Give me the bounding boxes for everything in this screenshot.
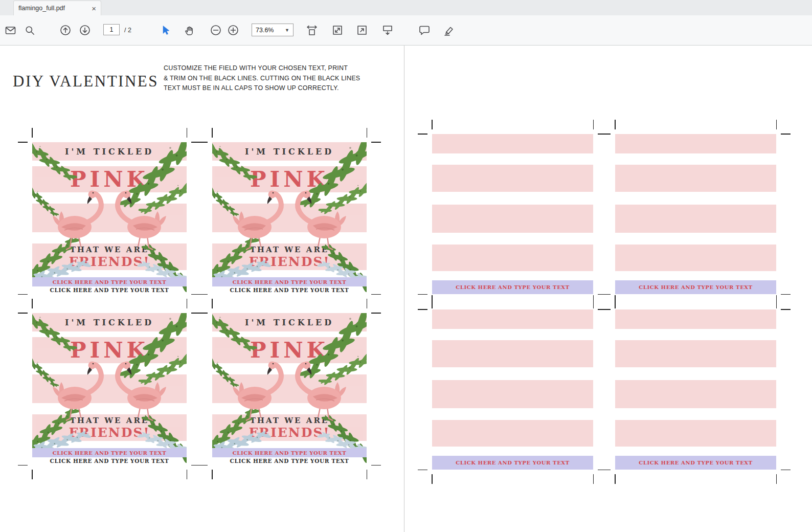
previous-page-icon[interactable] [56, 21, 75, 39]
template-stripe [432, 420, 593, 447]
document-tab[interactable]: flamingo_full.pdf × [13, 1, 101, 15]
valentine-card-4: I'M TICKLED PINK THAT WE ARE FRIENDS! CL… [212, 313, 367, 465]
text-field-plain[interactable]: CLICK HERE AND TYPE YOUR TEXT [212, 458, 367, 464]
zoom-out-icon[interactable] [207, 21, 225, 39]
crop-mark [418, 134, 427, 135]
click-to-type-text: CLICK HERE AND TYPE YOUR TEXT [456, 460, 570, 465]
click-to-type-text: CLICK HERE AND TYPE YOUR TEXT [50, 287, 169, 293]
comment-icon[interactable] [415, 21, 434, 39]
click-to-type-text: CLICK HERE AND TYPE YOUR TEXT [639, 460, 753, 465]
crop-mark [212, 299, 213, 308]
select-tool-icon[interactable] [156, 21, 175, 39]
crop-mark [187, 128, 188, 138]
crop-mark [198, 142, 208, 143]
text-field-lavender[interactable]: CLICK HERE AND TYPE YOUR TEXT [432, 280, 593, 294]
text-field-lavender[interactable]: CLICK HERE AND TYPE YOUR TEXT [32, 448, 187, 457]
palm-leaf-icon [212, 142, 258, 189]
card-artwork: I'M TICKLED PINK THAT WE ARE FRIENDS! CL… [212, 313, 367, 465]
crop-mark [781, 309, 791, 310]
crop-mark [418, 470, 427, 471]
crop-mark [32, 128, 33, 138]
flamingos-illustration [51, 357, 168, 426]
click-to-type-text: CLICK HERE AND TYPE YOUR TEXT [456, 284, 570, 290]
crop-mark [212, 470, 213, 479]
page-number-input[interactable] [103, 24, 120, 35]
crop-mark [781, 470, 791, 471]
click-to-type-text: CLICK HERE AND TYPE YOUR TEXT [53, 279, 167, 285]
crop-mark [601, 309, 611, 310]
crop-mark [776, 474, 777, 484]
toolbar: / 2 73.6% ▼ [0, 15, 812, 46]
crop-mark [432, 120, 433, 129]
crop-mark [601, 470, 611, 471]
crop-mark [32, 299, 33, 308]
page-total-label: / 2 [124, 27, 131, 34]
crop-mark [615, 295, 616, 305]
next-page-icon[interactable] [76, 21, 94, 39]
palm-leaf-icon [32, 313, 78, 360]
text-field-plain[interactable]: CLICK HERE AND TYPE YOUR TEXT [212, 287, 367, 293]
crop-mark [18, 465, 28, 466]
template-stripe [615, 309, 776, 329]
crop-mark [781, 134, 791, 135]
instructions-text: CUSTOMIZE THE FIELD WITH YOUR CHOSEN TEX… [164, 63, 378, 94]
zoom-in-icon[interactable] [224, 21, 242, 39]
card-artwork: I'M TICKLED PINK THAT WE ARE FRIENDS! CL… [32, 142, 187, 294]
fit-page-icon[interactable] [328, 21, 347, 39]
template-stripe [432, 245, 593, 271]
flamingos-illustration [231, 186, 348, 255]
crop-mark [18, 294, 28, 295]
text-field-lavender[interactable]: CLICK HERE AND TYPE YOUR TEXT [32, 277, 187, 286]
scroll-mode-icon[interactable] [378, 21, 397, 39]
tab-close-icon[interactable]: × [92, 5, 96, 12]
template-artwork: CLICK HERE AND TYPE YOUR TEXT [432, 309, 593, 470]
text-field-lavender[interactable]: CLICK HERE AND TYPE YOUR TEXT [212, 448, 367, 457]
search-icon[interactable] [20, 21, 39, 39]
text-field-plain[interactable]: CLICK HERE AND TYPE YOUR TEXT [32, 287, 187, 293]
crop-mark [371, 465, 381, 466]
fullscreen-icon[interactable] [353, 21, 371, 39]
template-stripe [432, 165, 593, 192]
crop-mark [776, 295, 777, 305]
crop-mark [198, 313, 208, 314]
palm-leaf-icon [32, 142, 78, 189]
template-stripe [432, 309, 593, 329]
click-to-type-text: CLICK HERE AND TYPE YOUR TEXT [233, 279, 347, 285]
template-stripe [615, 205, 776, 233]
crop-mark [601, 294, 611, 295]
valentine-card-3: I'M TICKLED PINK THAT WE ARE FRIENDS! CL… [32, 313, 187, 465]
template-stripe [615, 340, 776, 367]
template-artwork: CLICK HERE AND TYPE YOUR TEXT [432, 134, 593, 294]
instructions-line: TEXT MUST BE IN ALL CAPS TO SHOW UP CORR… [164, 83, 378, 94]
tab-bar: flamingo_full.pdf × [0, 0, 812, 16]
text-field-lavender[interactable]: CLICK HERE AND TYPE YOUR TEXT [432, 456, 593, 470]
crop-mark [367, 128, 368, 138]
text-field-plain[interactable]: CLICK HERE AND TYPE YOUR TEXT [32, 458, 187, 464]
zoom-level-select[interactable]: 73.6% ▼ [252, 24, 294, 36]
crop-mark [615, 120, 616, 129]
template-stripe [615, 165, 776, 192]
text-field-lavender[interactable]: CLICK HERE AND TYPE YOUR TEXT [212, 277, 367, 286]
text-field-lavender[interactable]: CLICK HERE AND TYPE YOUR TEXT [615, 280, 776, 294]
crop-mark [432, 474, 433, 484]
text-field-lavender[interactable]: CLICK HERE AND TYPE YOUR TEXT [615, 456, 776, 470]
page-divider [404, 46, 404, 532]
tab-title: flamingo_full.pdf [18, 5, 88, 12]
page-title: DIY VALENTINES [13, 72, 159, 91]
crop-mark [601, 134, 611, 135]
crop-mark [432, 295, 433, 305]
flamingos-illustration [231, 357, 348, 426]
crop-mark [212, 128, 213, 138]
template-stripe [432, 205, 593, 233]
fit-width-icon[interactable] [303, 21, 321, 39]
crop-mark [418, 309, 427, 310]
blank-template-2: CLICK HERE AND TYPE YOUR TEXT [615, 134, 776, 294]
highlight-icon[interactable] [440, 21, 458, 39]
template-stripe [432, 340, 593, 367]
template-stripe [432, 134, 593, 153]
hand-tool-icon[interactable] [180, 21, 198, 39]
email-icon[interactable] [1, 21, 19, 39]
palm-leaf-icon [212, 313, 258, 360]
crop-mark [371, 313, 381, 314]
blank-template-1: CLICK HERE AND TYPE YOUR TEXT [432, 134, 593, 294]
